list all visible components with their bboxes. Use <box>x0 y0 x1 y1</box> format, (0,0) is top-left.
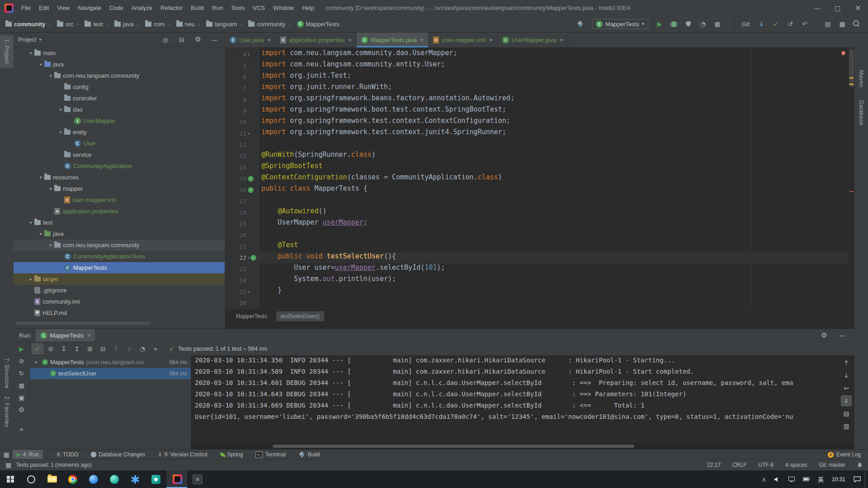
tree-item-controller[interactable]: controller <box>14 93 225 104</box>
show-desktop-button[interactable] <box>865 470 868 488</box>
maximize-button[interactable] <box>827 0 848 16</box>
show-ignored-button[interactable] <box>16 356 27 366</box>
test-passed-icon[interactable]: ✓ <box>250 255 256 261</box>
toolwindow-button-6-todo[interactable]: 6: TODO <box>53 450 83 460</box>
tree-item-com-neu-langsam-community[interactable]: ▾com.neu.langsam.community <box>14 70 225 81</box>
code-line[interactable]: import org.springframework.test.context.… <box>259 117 854 128</box>
stripe-button-maven[interactable]: Maven <box>854 66 868 91</box>
code-line[interactable]: System.out.println(user); <box>259 275 854 286</box>
tree-item-main[interactable]: ▾main <box>14 47 225 59</box>
fold-marker-icon[interactable]: ∧ <box>248 131 250 136</box>
menu-view[interactable]: View <box>53 5 74 11</box>
test-passed-icon[interactable]: ✓ <box>248 187 254 193</box>
run-button[interactable] <box>654 19 665 29</box>
taskbar-intellij[interactable] <box>166 470 187 488</box>
fold-marker-icon[interactable]: ∨ <box>248 52 250 56</box>
editor-tab-application-properties[interactable]: ≡application.properties <box>276 33 357 47</box>
stripe-button-database[interactable]: Database <box>854 97 868 129</box>
breadcrumb-item-community[interactable]: community <box>237 21 285 28</box>
toolwindow-button-spring[interactable]: Spring <box>216 450 247 460</box>
toolwindow-event-log[interactable]: Event Log <box>836 451 861 458</box>
close-icon[interactable] <box>267 37 271 43</box>
test-history-button[interactable] <box>137 343 148 354</box>
code-line[interactable] <box>259 230 854 241</box>
tree-item-user-mapper-xml[interactable]: xuser-mapper.xml <box>14 194 225 206</box>
more-button[interactable] <box>16 424 27 434</box>
scroll-end-button[interactable] <box>841 395 852 406</box>
taskbar-app-teal[interactable] <box>104 470 125 488</box>
collapse-all-button[interactable] <box>97 343 109 354</box>
toolwindow-button-database-changes[interactable]: Database Changes <box>87 450 149 460</box>
expand-arrow-icon[interactable]: ▾ <box>47 243 54 248</box>
profiler-button[interactable] <box>697 19 709 29</box>
code-line[interactable] <box>259 139 854 150</box>
toolwindow-toggle-icon[interactable] <box>5 462 11 468</box>
taskbar-clock[interactable]: 10:31 <box>828 470 849 488</box>
caret-position[interactable]: 22:17 <box>707 462 721 468</box>
warning-stripe-mark[interactable] <box>849 77 854 79</box>
tree-item-java[interactable]: ▾java <box>14 59 225 70</box>
code-line[interactable] <box>259 196 854 207</box>
vcs-rollback-button[interactable] <box>799 19 811 29</box>
refresh-button[interactable] <box>16 368 27 378</box>
editor-tab-mappertests-java[interactable]: CMapperTests.java <box>357 33 429 47</box>
soft-wrap-button[interactable] <box>841 383 852 394</box>
stripe-button-2-favorites[interactable]: 2: Favorites <box>0 393 14 431</box>
breadcrumb-item-neu[interactable]: neu <box>165 21 194 28</box>
clear-button[interactable] <box>841 421 852 432</box>
tree-item-entity[interactable]: ▾entity <box>14 127 225 138</box>
code-line[interactable]: @Autowired() <box>259 207 854 218</box>
show-ignored-button[interactable] <box>45 343 57 354</box>
code-line[interactable]: @Test <box>259 241 854 252</box>
chevron-right-double-icon[interactable] <box>150 343 161 354</box>
fold-marker-icon[interactable]: ∨ <box>248 256 250 260</box>
collapse-all-button[interactable] <box>176 34 188 45</box>
code-line[interactable]: @SpringBootTest <box>259 162 854 173</box>
taskbar-browser-blue[interactable] <box>83 470 104 488</box>
encoding[interactable]: UTF-8 <box>758 462 774 468</box>
vcs-history-button[interactable] <box>784 19 796 29</box>
code-line[interactable] <box>259 297 854 309</box>
settings-button[interactable] <box>192 34 204 45</box>
code-line[interactable]: } <box>259 286 854 297</box>
code-line[interactable]: import com.neu.langsam.community.entity.… <box>259 60 854 71</box>
tree-item-mapper[interactable]: ▾mapper <box>14 183 225 194</box>
close-button[interactable] <box>848 0 868 16</box>
code-line[interactable]: import org.junit.runner.RunWith; <box>259 83 854 94</box>
tree-item-communityapplication[interactable]: CCommunityApplication <box>14 160 225 172</box>
tree-item-communityapplicationtests[interactable]: CCommunityApplicationTests <box>14 251 225 262</box>
expand-arrow-icon[interactable]: ▾ <box>47 186 54 191</box>
sort-duration-button[interactable] <box>71 343 83 354</box>
status-message[interactable]: Tests passed: 1 (moments ago) <box>16 462 91 468</box>
scroll-up-button[interactable] <box>841 357 852 368</box>
menu-window[interactable]: Window <box>269 5 298 11</box>
tree-item-gitignore[interactable]: .gitignore <box>14 285 225 296</box>
expand-arrow-icon[interactable]: ▾ <box>37 175 44 180</box>
tree-item-resources[interactable]: ▾resources <box>14 172 225 183</box>
editor-tab-usermapper-java[interactable]: IUserMapper.java <box>498 33 568 47</box>
expand-arrow-icon[interactable]: ▾ <box>37 231 44 236</box>
next-failed-button[interactable] <box>123 343 135 354</box>
stripe-button-1-project[interactable]: 1: Project <box>0 35 14 68</box>
tree-item-usermapper[interactable]: IUserMapper <box>14 115 225 127</box>
menu-edit[interactable]: Edit <box>35 5 53 11</box>
breadcrumb-item-test[interactable]: test <box>73 21 103 28</box>
chevron-down-icon[interactable] <box>39 38 41 42</box>
settings-button[interactable] <box>818 330 830 341</box>
tree-item-application-properties[interactable]: ≡application.properties <box>14 206 225 217</box>
close-icon[interactable] <box>420 37 424 43</box>
tree-item-help-md[interactable]: MHELP.md <box>14 307 225 319</box>
error-stripe-mark[interactable] <box>849 191 854 192</box>
debug-button[interactable] <box>668 19 680 29</box>
menu-build[interactable]: Build <box>187 5 208 11</box>
expand-arrow-icon[interactable]: ▾ <box>47 73 54 78</box>
taskbar-app-asterisk[interactable] <box>125 470 146 488</box>
scrollbar-thumb[interactable] <box>273 445 634 448</box>
expand-arrow-icon[interactable]: ▾ <box>37 62 44 67</box>
editor-tab-user-java[interactable]: CUser.java <box>225 33 276 47</box>
test-passed-icon[interactable]: ✓ <box>248 176 254 182</box>
taskbar-chrome[interactable] <box>62 470 83 488</box>
close-icon[interactable] <box>348 37 352 43</box>
show-passed-button[interactable] <box>32 343 43 354</box>
settings-button[interactable] <box>16 405 27 415</box>
